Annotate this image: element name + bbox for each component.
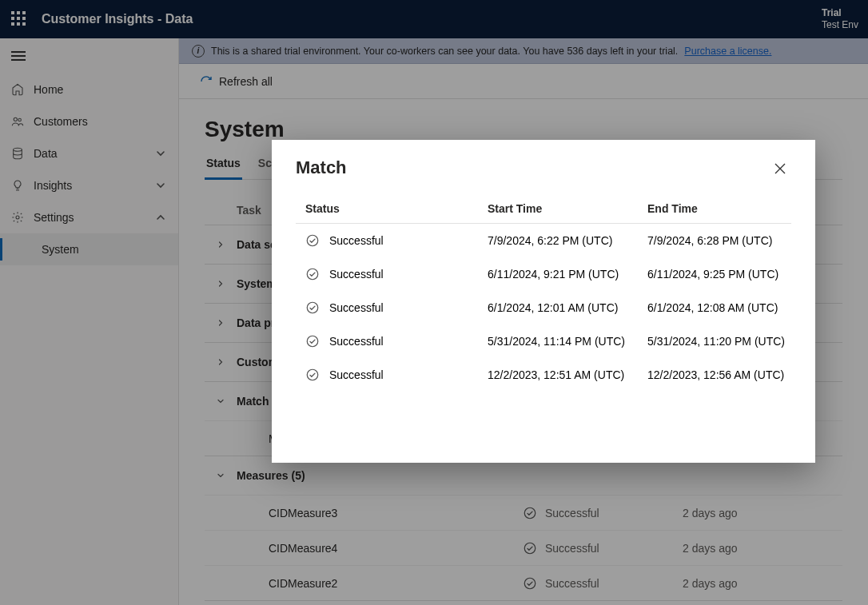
history-end: 7/9/2024, 6:28 PM (UTC): [647, 234, 807, 247]
close-icon: [774, 163, 786, 174]
col-status: Status: [296, 202, 488, 215]
history-start: 7/9/2024, 6:22 PM (UTC): [488, 234, 647, 247]
history-end: 6/1/2024, 12:08 AM (UTC): [647, 301, 807, 314]
history-row: Successful6/1/2024, 12:01 AM (UTC)6/1/20…: [296, 291, 791, 324]
history-status: Successful: [329, 301, 384, 314]
history-status: Successful: [329, 335, 384, 348]
history-row: Successful5/31/2024, 11:14 PM (UTC)5/31/…: [296, 324, 791, 358]
success-icon: [305, 301, 320, 315]
history-end: 5/31/2024, 11:20 PM (UTC): [647, 335, 807, 348]
history-start: 6/1/2024, 12:01 AM (UTC): [488, 301, 647, 314]
history-start: 6/11/2024, 9:21 PM (UTC): [488, 268, 647, 281]
history-row: Successful6/11/2024, 9:21 PM (UTC)6/11/2…: [296, 257, 791, 291]
match-history-dialog: Match Status Start Time End Time Success…: [272, 140, 815, 463]
history-end: 12/2/2023, 12:56 AM (UTC): [647, 368, 807, 381]
dialog-title: Match: [296, 157, 347, 178]
success-icon: [305, 368, 320, 382]
history-status: Successful: [329, 268, 384, 281]
history-row: Successful7/9/2024, 6:22 PM (UTC)7/9/202…: [296, 224, 791, 257]
history-row: Successful12/2/2023, 12:51 AM (UTC)12/2/…: [296, 358, 791, 392]
history-start: 12/2/2023, 12:51 AM (UTC): [488, 368, 647, 381]
close-button[interactable]: [769, 157, 791, 180]
history-status: Successful: [329, 368, 384, 381]
col-end: End Time: [647, 202, 807, 215]
success-icon: [305, 334, 320, 348]
success-icon: [305, 233, 320, 248]
history-start: 5/31/2024, 11:14 PM (UTC): [488, 335, 647, 348]
col-start: Start Time: [488, 202, 647, 215]
history-end: 6/11/2024, 9:25 PM (UTC): [647, 268, 807, 281]
success-icon: [305, 267, 320, 281]
history-status: Successful: [329, 234, 384, 247]
